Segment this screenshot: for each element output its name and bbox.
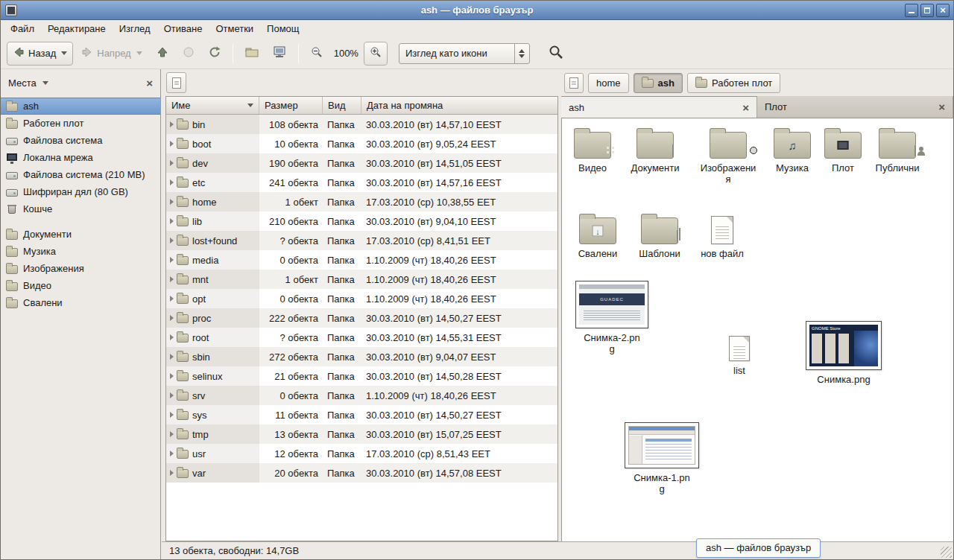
menu-item[interactable]: Редактиране: [41, 20, 113, 38]
file-item-list[interactable]: list: [710, 333, 769, 376]
sidebar-item-filesystem[interactable]: Файлова система: [1, 132, 160, 149]
file-item-snimka1[interactable]: Снимка-1.png: [621, 422, 703, 494]
location-toggle-button[interactable]: [166, 72, 186, 93]
column-header-name[interactable]: Име: [166, 97, 259, 115]
computer-button[interactable]: [267, 42, 292, 66]
table-row[interactable]: selinux 21 обекта Папка 30.03.2010 (вт) …: [166, 366, 557, 386]
expander-icon[interactable]: [170, 334, 174, 340]
table-row[interactable]: mnt 1 обект Папка 1.10.2009 (чт) 18,40,2…: [166, 270, 557, 289]
folder-item-video[interactable]: Видео: [563, 126, 622, 174]
tab-close-icon[interactable]: ×: [938, 101, 945, 112]
expander-icon[interactable]: [170, 431, 174, 437]
stop-button[interactable]: [177, 42, 200, 66]
expander-icon[interactable]: [170, 257, 174, 263]
expander-icon[interactable]: [170, 412, 174, 418]
pathbar-root-button[interactable]: [564, 73, 584, 93]
titlebar[interactable]: ash — файлов браузър ×: [1, 1, 953, 20]
sidebar-item-pictures[interactable]: Изображения: [1, 260, 160, 277]
close-button[interactable]: ×: [936, 4, 950, 17]
up-button[interactable]: [151, 42, 174, 66]
expander-icon[interactable]: [170, 160, 174, 166]
sidebar-item-videos[interactable]: Видео: [1, 277, 160, 294]
table-row[interactable]: sys 11 обекта Папка 30.03.2010 (вт) 14,5…: [166, 405, 557, 424]
table-row[interactable]: var 20 обекта Папка 30.03.2010 (вт) 14,5…: [166, 463, 557, 483]
tab-close-icon[interactable]: ×: [742, 102, 749, 113]
folder-item-templates[interactable]: Шаблони: [630, 211, 689, 259]
search-button[interactable]: [543, 42, 569, 66]
minimize-button[interactable]: [905, 4, 918, 17]
table-row[interactable]: root ? обекта Папка 30.03.2010 (вт) 14,5…: [166, 328, 557, 347]
tab-ash[interactable]: ash×: [561, 96, 757, 118]
table-row[interactable]: media 0 обекта Папка 1.10.2009 (чт) 18,4…: [166, 250, 557, 270]
expander-icon[interactable]: [170, 296, 174, 302]
table-row[interactable]: boot 10 обекта Папка 30.03.2010 (вт) 9,0…: [166, 134, 557, 153]
back-button[interactable]: Назад: [7, 42, 73, 66]
table-row[interactable]: tmp 13 обекта Папка 30.03.2010 (вт) 15,0…: [166, 424, 557, 444]
file-item-snimka2[interactable]: GUADEC Снимка-2.png: [571, 281, 653, 354]
column-header-size[interactable]: Размер: [259, 97, 323, 115]
menu-item[interactable]: Файл: [4, 20, 41, 38]
column-header-type[interactable]: Вид: [323, 97, 361, 115]
icon-view[interactable]: Видео Документи Изображения ♫ Музика Пло…: [561, 118, 953, 541]
expander-icon[interactable]: [170, 179, 174, 185]
table-row[interactable]: bin 108 обекта Папка 30.03.2010 (вт) 14,…: [166, 115, 557, 134]
file-item-snimka[interactable]: GNOME Store Снимка.png: [803, 321, 885, 385]
sidebar-item-filesystem-210mb[interactable]: Файлова система (210 MB): [1, 166, 160, 183]
sidebar-item-documents[interactable]: Документи: [1, 226, 160, 243]
table-row[interactable]: home 1 обект Папка 17.03.2010 (ср) 10,38…: [166, 192, 557, 211]
home-button[interactable]: [239, 42, 265, 66]
expander-icon[interactable]: [170, 470, 174, 476]
pathbar-home-button[interactable]: home: [588, 73, 629, 93]
sidebar-close-button[interactable]: ×: [146, 77, 153, 89]
taskbar-window-label[interactable]: ash — файлов браузър: [696, 538, 821, 558]
table-row[interactable]: dev 190 обекта Папка 30.03.2010 (вт) 14,…: [166, 153, 557, 173]
expander-icon[interactable]: [170, 199, 174, 205]
folder-item-public[interactable]: Публични: [868, 126, 927, 174]
menu-item[interactable]: Отметки: [209, 20, 260, 38]
forward-button[interactable]: Напред: [75, 42, 148, 66]
folder-item-desktop[interactable]: Плот: [813, 126, 873, 174]
resize-grip[interactable]: [941, 547, 952, 558]
zoom-in-button[interactable]: [364, 42, 388, 66]
expander-icon[interactable]: [170, 373, 174, 379]
menu-item[interactable]: Изглед: [113, 20, 157, 38]
view-mode-select[interactable]: Изглед като икони: [399, 43, 530, 64]
folder-item-downloads[interactable]: ↓ Свалени: [568, 211, 628, 259]
reload-button[interactable]: [203, 42, 227, 66]
table-row[interactable]: srv 0 обекта Папка 1.10.2009 (чт) 18,40,…: [166, 386, 557, 405]
expander-icon[interactable]: [170, 121, 174, 127]
pathbar-desktop-button[interactable]: Работен плот: [687, 73, 780, 93]
sidebar-item-trash[interactable]: Кошче: [1, 200, 160, 217]
sidebar-item-music[interactable]: Музика: [1, 243, 160, 260]
expander-icon[interactable]: [170, 354, 174, 360]
table-row[interactable]: etc 241 обекта Папка 30.03.2010 (вт) 14,…: [166, 173, 557, 192]
file-item-newfile[interactable]: нов файл: [692, 213, 752, 259]
sidebar-item-encrypted-80gb[interactable]: Шифриран дял (80 GB): [1, 183, 160, 200]
menu-item[interactable]: Помощ: [260, 20, 306, 38]
menu-item[interactable]: Отиване: [157, 20, 209, 38]
sidebar-item-desktop[interactable]: Работен плот: [1, 115, 160, 132]
tab-plot[interactable]: Плот×: [757, 96, 953, 118]
table-row[interactable]: lib 210 обекта Папка 30.03.2010 (вт) 9,0…: [166, 211, 557, 231]
expander-icon[interactable]: [170, 238, 174, 244]
pathbar-ash-button[interactable]: ash: [634, 73, 683, 93]
column-header-date[interactable]: Дата на промяна: [361, 97, 557, 115]
zoom-out-button[interactable]: [305, 42, 329, 66]
table-row[interactable]: lost+found ? обекта Папка 17.03.2010 (ср…: [166, 231, 557, 250]
expander-icon[interactable]: [170, 392, 174, 398]
expander-icon[interactable]: [170, 276, 174, 282]
folder-item-documents[interactable]: Документи: [625, 126, 685, 174]
expander-icon[interactable]: [170, 141, 174, 147]
folder-item-images[interactable]: Изображения: [698, 126, 758, 185]
expander-icon[interactable]: [170, 451, 174, 456]
expander-icon[interactable]: [170, 218, 174, 224]
table-row[interactable]: proc 222 обекта Папка 30.03.2010 (вт) 14…: [166, 308, 557, 328]
table-row[interactable]: sbin 272 обекта Папка 30.03.2010 (вт) 9,…: [166, 347, 557, 366]
table-row[interactable]: usr 12 обекта Папка 17.03.2010 (ср) 8,51…: [166, 444, 557, 463]
sidebar-item-downloads[interactable]: Свалени: [1, 294, 160, 311]
table-row[interactable]: opt 0 обекта Папка 1.10.2009 (чт) 18,40,…: [166, 289, 557, 308]
sidebar-title[interactable]: Места: [8, 77, 37, 89]
sidebar-item-ash[interactable]: ash: [1, 98, 160, 115]
maximize-button[interactable]: [920, 4, 934, 17]
expander-icon[interactable]: [170, 315, 174, 321]
